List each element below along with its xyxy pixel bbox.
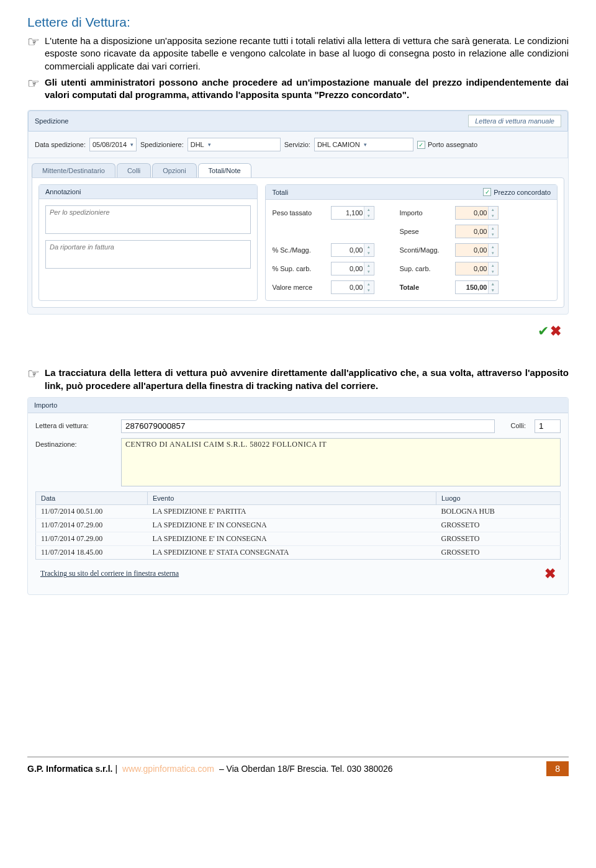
table-row[interactable]: 11/07/2014 07.29.00LA SPEDIZIONE E' IN C…: [36, 532, 561, 545]
label-data-spedizione: Data spedizione:: [35, 141, 86, 148]
col-evento[interactable]: Evento: [148, 491, 436, 504]
col-luogo[interactable]: Luogo: [436, 491, 561, 504]
importo-panel: Importo Lettera di vettura: Colli: Desti…: [27, 397, 569, 595]
tot-input[interactable]: 0,00: [331, 262, 374, 275]
tot-input[interactable]: 0,00: [331, 280, 374, 294]
tracking-external-link[interactable]: Tracking su sito del corriere in finestr…: [40, 569, 179, 578]
footer-company: G.P. Informatica s.r.l.: [27, 764, 112, 774]
table-row[interactable]: 11/07/2014 07.29.00LA SPEDIZIONE E' IN C…: [36, 518, 561, 532]
panel-title: Importo: [28, 398, 568, 413]
tab-opzioni[interactable]: Opzioni: [152, 163, 196, 177]
checkbox-prezzo-concordato[interactable]: ✓Prezzo concordato: [483, 188, 551, 196]
label-spedizioniere: Spedizioniere:: [140, 141, 184, 148]
tab-totali-note[interactable]: Totali/Note: [198, 163, 251, 177]
spedizione-panel: Spedizione Lettera di vettura manuale Da…: [27, 110, 569, 315]
page-number: 8: [546, 761, 569, 776]
tot-label: % Sc./Magg.: [272, 246, 331, 254]
textarea-spedizioniere[interactable]: [45, 205, 251, 234]
hand-icon: ☞: [27, 36, 40, 48]
footer-url: www.gpinformatica.com: [122, 764, 214, 774]
manual-waybill-button[interactable]: Lettera di vettura manuale: [468, 115, 561, 127]
tot-input[interactable]: 0,00: [455, 262, 499, 275]
input-data-spedizione[interactable]: 05/08/2014: [89, 138, 137, 151]
input-destinazione[interactable]: CENTRO DI ANALISI CAIM S.R.L. 58022 FOLL…: [121, 438, 561, 486]
input-servizio[interactable]: DHL CAMION: [314, 138, 413, 151]
tot-label: Sup. carb.: [399, 265, 455, 272]
close-icon[interactable]: ✖: [544, 566, 556, 582]
tot-input[interactable]: 0,00: [331, 243, 374, 257]
hand-icon: ☞: [27, 368, 40, 380]
tab-bar: Mittente/Destinatario Colli Opzioni Tota…: [28, 163, 568, 177]
tot-label: Valore merce: [272, 284, 331, 291]
tot-label: Sconti/Magg.: [399, 246, 455, 254]
input-ldv[interactable]: [121, 419, 495, 433]
footer-sep: |: [115, 764, 117, 774]
label-destinazione: Destinazione:: [35, 438, 116, 448]
hand-icon: ☞: [27, 78, 40, 90]
tot-input[interactable]: 0,00: [455, 225, 499, 238]
label-ldv: Lettera di vettura:: [35, 419, 116, 429]
label-servizio: Servizio:: [284, 141, 310, 148]
tot-input[interactable]: 0,00: [455, 243, 499, 257]
input-colli[interactable]: [535, 419, 561, 433]
tot-label: Importo: [399, 209, 455, 217]
checkbox-porto-assegnato[interactable]: ✓Porto assegnato: [417, 141, 477, 149]
tot-label: Spese: [399, 228, 455, 235]
tot-label: Totale: [399, 284, 455, 291]
confirm-icon[interactable]: ✔: [538, 323, 549, 339]
tracking-table: Data Evento Luogo 11/07/2014 00.51.00LA …: [35, 491, 561, 560]
bullet-text: L'utente ha a disposizione un'apposita s…: [45, 35, 569, 73]
totali-title: Totali: [272, 189, 288, 196]
textarea-fattura[interactable]: [45, 240, 251, 269]
bullet-text: La tracciatura della lettera di vettura …: [45, 367, 569, 392]
annotazioni-title: Annotazioni: [45, 188, 81, 195]
panel-title: Spedizione: [35, 117, 68, 125]
footer-address: – Via Oberdan 18/F Brescia. Tel. 030 380…: [219, 764, 393, 774]
tot-label: Peso tassato: [272, 209, 331, 217]
tab-colli[interactable]: Colli: [117, 163, 151, 177]
table-row[interactable]: 11/07/2014 18.45.00LA SPEDIZIONE E' STAT…: [36, 545, 561, 559]
col-data[interactable]: Data: [36, 491, 148, 504]
cancel-icon[interactable]: ✖: [550, 323, 561, 339]
tab-mittente[interactable]: Mittente/Destinatario: [32, 163, 115, 177]
label-colli: Colli:: [500, 419, 530, 429]
section-title: Lettere di Vettura:: [27, 15, 569, 30]
tot-label: % Sup. carb.: [272, 265, 331, 272]
tot-input[interactable]: 1,100: [331, 206, 374, 220]
table-row[interactable]: 11/07/2014 00.51.00LA SPEDIZIONE E' PART…: [36, 504, 561, 518]
tot-input[interactable]: 0,00: [455, 206, 499, 220]
bullet-text: Gli utenti amministratori possono anche …: [45, 76, 569, 102]
page-footer: G.P. Informatica s.r.l. | www.gpinformat…: [27, 756, 569, 776]
tot-input[interactable]: 150,00: [455, 280, 499, 294]
input-spedizioniere[interactable]: DHL: [187, 138, 281, 151]
